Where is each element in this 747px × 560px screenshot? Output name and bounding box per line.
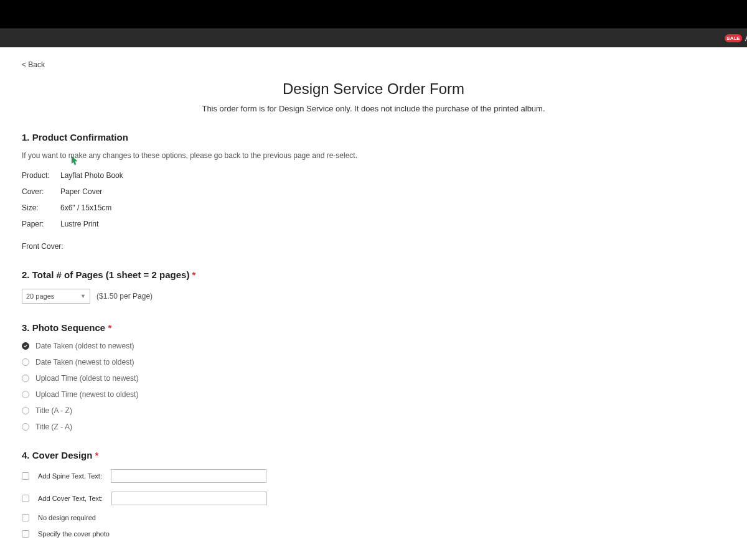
size-label: Size: [22,203,60,212]
radio-option[interactable]: Title (A - Z) [22,406,725,415]
radio-option[interactable]: Date Taken (oldest to newest) [22,342,725,350]
section1-note: If you want to make any changes to these… [22,151,725,160]
radio-icon [22,358,29,366]
required-star: * [108,322,111,333]
top-black-bar [0,0,747,29]
radio-label: Title (Z - A) [35,422,72,431]
radio-option[interactable]: Date Taken (newest to oldest) [22,358,725,366]
spine-text-input[interactable] [111,469,266,483]
radio-option[interactable]: Upload Time (oldest to newest) [22,374,725,383]
cover-text-label: Add Cover Text, Text: [38,495,103,502]
back-link[interactable]: < Back [22,60,45,69]
radio-label: Title (A - Z) [35,406,72,415]
cover-text-input[interactable] [111,492,267,505]
radio-icon [22,423,29,431]
spine-text-row: Add Spine Text, Text: [22,469,725,483]
field-paper: Paper: Lustre Print [22,220,725,228]
front-cover-label: Front Cover: [22,242,63,251]
section-product-confirmation: 1. Product Confirmation If you want to m… [22,132,725,251]
paper-label: Paper: [22,220,60,228]
section4-heading-text: 4. Cover Design [22,450,95,460]
promo-bar: SALE Aniv [0,29,747,47]
radio-icon [22,391,29,398]
page-title: Design Service Order Form [22,80,725,98]
section-cover-design: 4. Cover Design * Add Spine Text, Text: … [22,450,725,538]
radio-label: Date Taken (oldest to newest) [35,342,134,350]
radio-option[interactable]: Upload Time (newest to oldest) [22,390,725,399]
required-star: * [95,450,99,460]
radio-icon [22,375,29,382]
field-front-cover: Front Cover: [22,242,725,251]
section-total-pages: 2. Total # of Pages (1 sheet = 2 pages) … [22,269,725,304]
spine-text-checkbox[interactable] [22,472,29,480]
product-label: Product: [22,171,60,180]
cover-value: Paper Cover [60,187,102,196]
required-star: * [192,269,196,280]
cover-label: Cover: [22,187,60,196]
specify-cover-label: Specify the cover photo [38,530,110,538]
section4-heading: 4. Cover Design * [22,450,725,460]
pages-select[interactable]: 20 pages ▼ [22,289,90,304]
section1-heading: 1. Product Confirmation [22,132,725,142]
price-per-page: ($1.50 per Page) [96,292,153,301]
cover-text-checkbox[interactable] [22,495,29,502]
no-design-row: No design required [22,514,725,521]
product-value: Layflat Photo Book [60,171,123,180]
page-subtitle: This order form is for Design Service on… [22,104,725,113]
radio-label: Upload Time (newest to oldest) [35,390,138,399]
chevron-down-icon: ▼ [80,293,86,299]
sale-badge: SALE [725,34,741,42]
section3-heading-text: 3. Photo Sequence [22,322,108,333]
specify-cover-row: Specify the cover photo [22,530,725,538]
radio-option[interactable]: Title (Z - A) [22,422,725,431]
field-product: Product: Layflat Photo Book [22,171,725,180]
specify-cover-checkbox[interactable] [22,530,29,538]
cover-text-row: Add Cover Text, Text: [22,492,725,505]
section-photo-sequence: 3. Photo Sequence * Date Taken (oldest t… [22,322,725,431]
section3-heading: 3. Photo Sequence * [22,322,725,333]
paper-value: Lustre Print [60,220,98,228]
no-design-checkbox[interactable] [22,514,29,521]
photo-sequence-radio-list: Date Taken (oldest to newest)Date Taken … [22,342,725,431]
no-design-label: No design required [38,514,96,521]
section2-heading: 2. Total # of Pages (1 sheet = 2 pages) … [22,269,725,280]
radio-icon [22,407,29,414]
radio-label: Upload Time (oldest to newest) [35,374,138,383]
spine-text-label: Add Spine Text, Text: [38,472,102,480]
size-value: 6x6" / 15x15cm [60,203,111,212]
radio-icon [22,342,29,350]
section2-heading-text: 2. Total # of Pages (1 sheet = 2 pages) [22,269,192,280]
pages-select-value: 20 pages [26,292,54,300]
radio-label: Date Taken (newest to oldest) [35,358,134,366]
anniv-text: Aniv [745,34,747,43]
field-cover: Cover: Paper Cover [22,187,725,196]
content-area: < Back Design Service Order Form This or… [0,47,747,560]
field-size: Size: 6x6" / 15x15cm [22,203,725,212]
